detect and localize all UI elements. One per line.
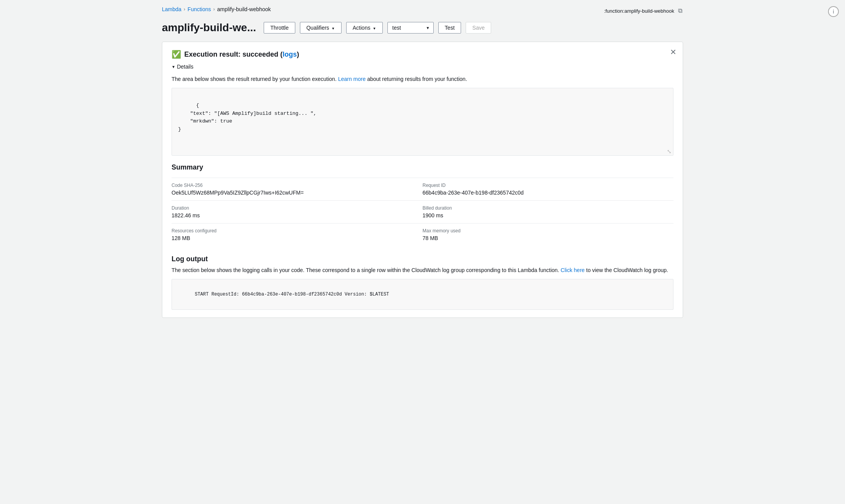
- arn-bar: :function:amplify-build-webhook ⧉: [604, 7, 683, 15]
- details-toggle[interactable]: ▼ Details: [172, 64, 673, 70]
- summary-grid: Code SHA-256 Oek5LUf5Wz68MPp9Va5IZ9ZllpC…: [172, 178, 673, 246]
- log-description: The section below shows the logging call…: [172, 266, 673, 274]
- result-title-suffix: ): [297, 50, 299, 58]
- summary-title: Summary: [172, 163, 673, 171]
- result-title-prefix: Execution result: succeeded (: [184, 50, 283, 58]
- max-memory-value: 78 MB: [422, 235, 673, 241]
- qualifiers-button[interactable]: Qualifiers: [300, 22, 342, 34]
- details-arrow-icon: ▼: [172, 65, 175, 69]
- result-panel: ✕ ✅ Execution result: succeeded (logs) ▼…: [162, 42, 683, 318]
- duration-label: Duration: [172, 205, 422, 211]
- arn-copy-button[interactable]: ⧉: [677, 7, 683, 15]
- qualifiers-chevron-icon: [332, 25, 335, 31]
- log-output-title: Log output: [172, 255, 673, 263]
- result-title: Execution result: succeeded (logs): [184, 50, 299, 59]
- max-memory-cell: Max memory used 78 MB: [422, 223, 673, 246]
- page-title: amplify-build-we...: [162, 22, 256, 34]
- header-row: amplify-build-we... Throttle Qualifiers …: [162, 22, 683, 34]
- qualifiers-label: Qualifiers: [306, 25, 329, 31]
- log-code-block: START RequestId: 66b4c9ba-263e-407e-b198…: [172, 279, 673, 310]
- throttle-button[interactable]: Throttle: [264, 22, 295, 34]
- max-memory-label: Max memory used: [422, 228, 673, 234]
- description-prefix: The area below shows the result returned…: [172, 76, 337, 82]
- breadcrumb-current: amplify-build-webhook: [217, 6, 271, 12]
- billed-duration-cell: Billed duration 1900 ms: [422, 200, 673, 223]
- log-description-prefix: The section below shows the logging call…: [172, 267, 559, 273]
- duration-cell: Duration 1822.46 ms: [172, 200, 422, 223]
- request-id-cell: Request ID 66b4c9ba-263e-407e-b198-df236…: [422, 178, 673, 200]
- test-button[interactable]: Test: [438, 22, 461, 34]
- resize-handle-icon[interactable]: ⤡: [667, 149, 672, 155]
- code-sha-cell: Code SHA-256 Oek5LUf5Wz68MPp9Va5IZ9ZllpC…: [172, 178, 422, 200]
- result-close-button[interactable]: ✕: [670, 48, 677, 56]
- description-text: The area below shows the result returned…: [172, 75, 673, 83]
- breadcrumb-sep-1: ›: [184, 7, 185, 12]
- test-event-select-wrapper: test ▼: [387, 22, 434, 34]
- request-id-value: 66b4c9ba-263e-407e-b198-df2365742c0d: [422, 190, 673, 196]
- resources-value: 128 MB: [172, 235, 422, 241]
- breadcrumb-lambda-link[interactable]: Lambda: [162, 6, 182, 12]
- request-id-label: Request ID: [422, 183, 673, 188]
- success-icon: ✅: [172, 50, 181, 59]
- log-description-suffix: to view the CloudWatch log group.: [586, 267, 668, 273]
- actions-button[interactable]: Actions: [346, 22, 383, 34]
- throttle-label: Throttle: [270, 25, 288, 31]
- resources-label: Resources configured: [172, 228, 422, 234]
- arn-text: :function:amplify-build-webhook: [604, 8, 674, 14]
- click-here-link[interactable]: Click here: [561, 267, 584, 273]
- description-suffix: about returning results from your functi…: [367, 76, 467, 82]
- log-code-text: START RequestId: 66b4c9ba-263e-407e-b198…: [195, 292, 389, 297]
- learn-more-link[interactable]: Learn more: [338, 76, 366, 82]
- result-header: ✅ Execution result: succeeded (logs): [172, 50, 673, 59]
- actions-chevron-icon: [373, 25, 376, 31]
- billed-duration-value: 1900 ms: [422, 212, 673, 218]
- breadcrumb-sep-2: ›: [213, 7, 215, 12]
- code-output-text: { "text": "[AWS Amplify]build starting..…: [178, 102, 316, 132]
- code-sha-value: Oek5LUf5Wz68MPp9Va5IZ9ZllpCGjr7Iws+I62cw…: [172, 190, 422, 196]
- resources-cell: Resources configured 128 MB: [172, 223, 422, 246]
- info-icon[interactable]: i: [828, 6, 839, 17]
- billed-duration-label: Billed duration: [422, 205, 673, 211]
- code-output-block: { "text": "[AWS Amplify]build starting..…: [172, 88, 673, 156]
- save-button: Save: [466, 22, 491, 34]
- details-label: Details: [177, 64, 194, 70]
- test-event-select[interactable]: test: [387, 22, 434, 34]
- duration-value: 1822.46 ms: [172, 212, 422, 218]
- actions-label: Actions: [353, 25, 370, 31]
- breadcrumb: Lambda › Functions › amplify-build-webho…: [162, 6, 271, 12]
- breadcrumb-functions-link[interactable]: Functions: [188, 6, 211, 12]
- code-sha-label: Code SHA-256: [172, 183, 422, 188]
- logs-link[interactable]: logs: [283, 50, 297, 58]
